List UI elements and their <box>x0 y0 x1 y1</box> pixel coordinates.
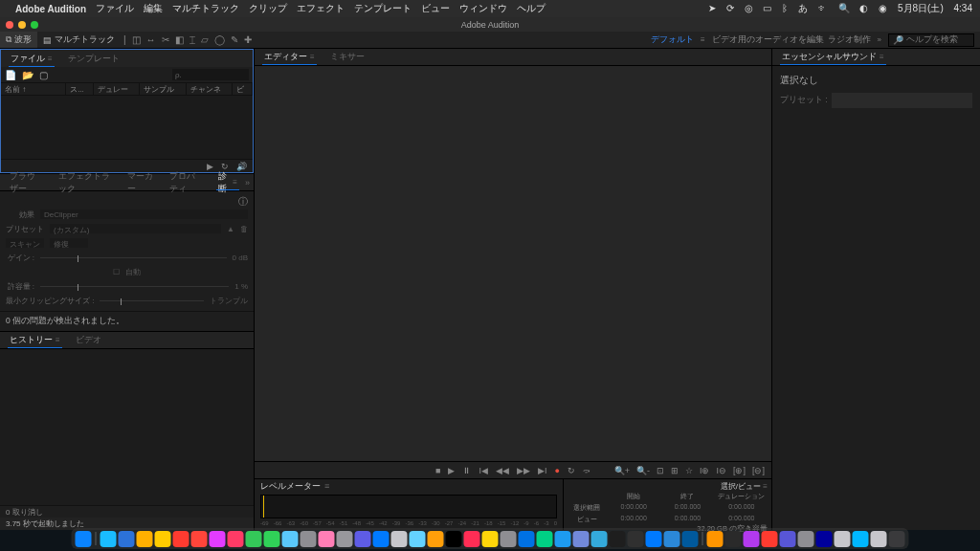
zoom-out-icon[interactable]: 🔍- <box>636 466 650 475</box>
menu-view[interactable]: ビュー <box>421 2 450 15</box>
effect-select[interactable]: DeClipper <box>40 209 248 219</box>
dock-app-21[interactable] <box>464 531 480 547</box>
dock-app-41[interactable] <box>835 531 851 547</box>
dock-app-18[interactable] <box>410 531 426 547</box>
dock-app-43[interactable] <box>871 531 887 547</box>
dock-app-15[interactable] <box>355 531 371 547</box>
clipsize-slider[interactable] <box>100 300 204 308</box>
files-list[interactable] <box>1 96 253 159</box>
play-icon[interactable]: ▶ <box>207 162 213 171</box>
preset-select[interactable]: (カスタム) <box>50 224 221 233</box>
tab-fxrack[interactable]: エフェクトラック <box>51 174 120 190</box>
dock-app-24[interactable] <box>519 531 535 547</box>
menu-edit[interactable]: 編集 <box>144 2 163 15</box>
menu-template[interactable]: テンプレート <box>354 2 412 15</box>
sync-icon[interactable]: ⟳ <box>726 3 734 13</box>
dock-app-31[interactable] <box>646 531 662 547</box>
screen-icon[interactable]: ▭ <box>763 3 771 13</box>
dock-app-28[interactable] <box>591 531 608 547</box>
tab-mixer[interactable]: ミキサー <box>323 49 372 65</box>
dock-app-14[interactable] <box>337 531 353 547</box>
dock-app-17[interactable] <box>391 531 408 547</box>
tool-slip-icon[interactable]: ◧ <box>172 34 187 45</box>
dock-app-25[interactable] <box>537 531 553 547</box>
zoom-reset-icon[interactable]: ☆ <box>685 466 693 475</box>
workspace-default[interactable]: デフォルト <box>651 33 694 46</box>
files-search[interactable]: ρ. <box>172 69 249 80</box>
tab-browser[interactable]: ブラウザー <box>2 174 51 190</box>
loop-button[interactable]: ↻ <box>568 466 575 475</box>
dock-app-29[interactable] <box>610 531 626 547</box>
bluetooth-icon[interactable]: ᛒ <box>782 3 788 13</box>
dock-app-0[interactable] <box>76 531 92 547</box>
dock-app-30[interactable] <box>628 531 644 547</box>
dock-app-37[interactable] <box>762 531 778 547</box>
dock-app-12[interactable] <box>301 531 317 547</box>
dock-app-7[interactable] <box>210 531 226 547</box>
dock-app-11[interactable] <box>282 531 299 547</box>
cc-icon[interactable]: ◉ <box>879 3 887 13</box>
zoom-sel-out-icon[interactable]: [⊖] <box>752 466 765 475</box>
tab-history[interactable]: ヒストリー≡ <box>2 332 68 348</box>
preset-del-icon[interactable]: 🗑 <box>240 225 248 233</box>
dock-app-26[interactable] <box>555 531 571 547</box>
dock-app-4[interactable] <box>155 531 171 547</box>
stop-button[interactable]: ■ <box>435 466 440 475</box>
zoom-in-icon[interactable]: 🔍+ <box>614 466 630 475</box>
workspace-radio[interactable]: ラジオ制作 <box>828 33 871 46</box>
skip-sel-button[interactable]: ⤼ <box>583 466 590 475</box>
tool-lasso-icon[interactable]: ◯ <box>212 34 228 45</box>
dock-app-39[interactable] <box>798 531 814 547</box>
dock-app-33[interactable] <box>682 531 699 547</box>
dock-app-40[interactable] <box>816 531 833 547</box>
scan-button[interactable]: スキャン <box>6 238 44 248</box>
record-button[interactable]: ● <box>555 466 560 475</box>
menu-help[interactable]: ヘルプ <box>517 2 546 15</box>
pause-button[interactable]: ⏸ <box>462 466 471 475</box>
waveform-mode-button[interactable]: ⧉ 波形 <box>0 32 37 48</box>
tool-heal-icon[interactable]: ✚ <box>241 34 255 45</box>
zoom-out-v-icon[interactable]: I⊖ <box>716 466 726 475</box>
tolerance-slider[interactable] <box>40 286 229 294</box>
tab-marker[interactable]: マーカー <box>120 174 162 190</box>
tab-file[interactable]: ファイル≡ <box>3 50 60 67</box>
dock-app-35[interactable] <box>725 531 742 547</box>
level-meter[interactable] <box>260 495 557 518</box>
autoplay-icon[interactable]: 🔊 <box>236 162 247 171</box>
tabs-overflow-icon[interactable]: » <box>245 178 254 187</box>
dock-app-13[interactable] <box>319 531 335 547</box>
zoom-full-icon[interactable]: ⊡ <box>657 466 664 475</box>
repair-button[interactable]: 修復 <box>50 238 88 248</box>
menu-multitrack[interactable]: マルチトラック <box>172 2 239 15</box>
dock-app-3[interactable] <box>137 531 153 547</box>
dock-app-1[interactable] <box>100 531 117 547</box>
input-icon[interactable]: あ <box>798 3 808 13</box>
tab-property[interactable]: プロパティ <box>162 174 211 190</box>
play-button[interactable]: ▶ <box>448 466 455 475</box>
menu-window[interactable]: ウィンドウ <box>459 2 507 15</box>
preset-save-icon[interactable]: ▲ <box>227 225 234 233</box>
record-icon[interactable]: ▢ <box>39 70 48 80</box>
battery-icon[interactable]: ◐ <box>859 3 868 13</box>
menubar-date[interactable]: 5月8日(土) <box>898 3 944 13</box>
open-file-icon[interactable]: 📂 <box>22 70 33 80</box>
info-icon[interactable]: ⓘ <box>238 196 248 207</box>
tool-time-icon[interactable]: ⌶ <box>187 34 198 45</box>
dock-app-23[interactable] <box>501 531 517 547</box>
dock-app-22[interactable] <box>482 531 499 547</box>
macos-dock[interactable] <box>72 528 909 549</box>
tool-cut-icon[interactable]: ✂ <box>159 34 172 45</box>
tool-marquee-icon[interactable]: ▱ <box>198 34 212 45</box>
tab-essential-sound[interactable]: エッセンシャルサウンド≡ <box>774 49 892 65</box>
new-file-icon[interactable]: 📄 <box>5 70 16 80</box>
menu-file[interactable]: ファイル <box>96 2 134 15</box>
editor-canvas[interactable] <box>255 66 771 461</box>
skip-back-button[interactable]: I◀ <box>479 466 488 475</box>
menubar-time[interactable]: 4:34 <box>954 3 972 13</box>
wifi-icon[interactable]: ᯤ <box>818 3 828 13</box>
dock-app-32[interactable] <box>664 531 680 547</box>
tool-move-icon[interactable]: ↔ <box>144 34 159 45</box>
help-search[interactable]: 🔎 ヘルプを検索 <box>888 33 974 47</box>
tab-video[interactable]: ビデオ <box>68 332 109 348</box>
dock-app-34[interactable] <box>707 531 724 547</box>
